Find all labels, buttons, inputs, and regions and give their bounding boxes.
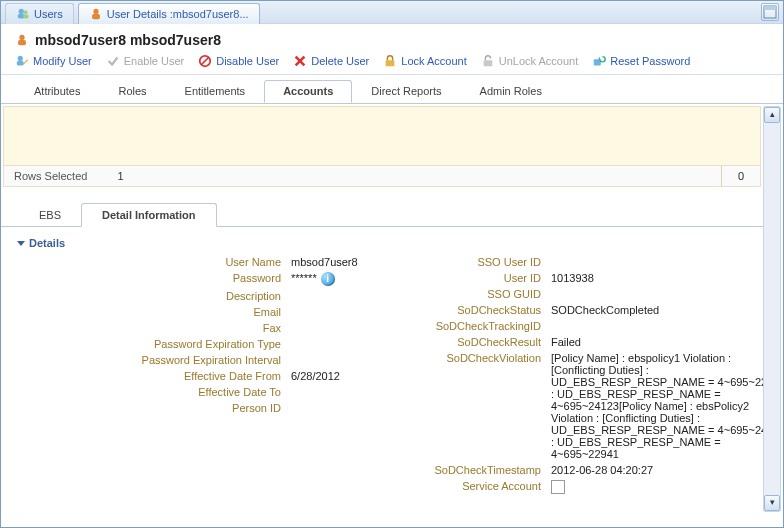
modify-user-action[interactable]: Modify User <box>15 54 92 68</box>
tab-direct-reports[interactable]: Direct Reports <box>352 80 460 103</box>
module-tab-user-details[interactable]: User Details :mbsod7user8... <box>78 3 260 24</box>
tab-ebs[interactable]: EBS <box>19 204 81 226</box>
scroll-up-arrow[interactable]: ▴ <box>764 107 780 123</box>
delete-icon <box>293 54 307 68</box>
field-label: Description <box>81 289 281 303</box>
tab-admin-roles[interactable]: Admin Roles <box>461 80 561 103</box>
rows-zero-box: 0 <box>721 166 760 186</box>
scroll-down-arrow[interactable]: ▾ <box>764 495 780 511</box>
tab-attributes[interactable]: Attributes <box>15 80 99 103</box>
unlock-account-action: UnLock Account <box>481 54 579 68</box>
action-label: Modify User <box>33 55 92 67</box>
action-label: UnLock Account <box>499 55 579 67</box>
field-label: Person ID <box>81 401 281 415</box>
field-label: Fax <box>81 321 281 335</box>
field-value-effective-to <box>291 385 411 399</box>
page-header: mbsod7user8 mbsod7user8 <box>1 24 783 54</box>
tab-label: Attributes <box>34 85 80 97</box>
module-tab-users[interactable]: Users <box>5 3 74 24</box>
field-label: SoDCheckResult <box>411 335 541 349</box>
check-icon <box>106 54 120 68</box>
users-icon <box>16 7 30 21</box>
field-label: SoDCheckTimestamp <box>411 463 541 477</box>
tab-roles[interactable]: Roles <box>99 80 165 103</box>
info-icon[interactable]: i <box>321 272 335 286</box>
field-value-pw-exp-interval <box>291 353 411 367</box>
details-section-header[interactable]: Details <box>1 227 763 255</box>
collapse-icon <box>17 241 25 246</box>
tab-label: Accounts <box>283 85 333 97</box>
field-label: User Name <box>81 255 281 269</box>
field-label: Password Expiration Type <box>81 337 281 351</box>
field-value-person-id <box>291 401 411 415</box>
field-value-fax <box>291 321 411 335</box>
svg-point-10 <box>18 56 23 61</box>
svg-rect-7 <box>764 6 776 10</box>
module-tab-label: User Details :mbsod7user8... <box>107 8 249 20</box>
field-value-sod-status: SODCheckCompleted <box>551 303 763 317</box>
rows-selected-label: Rows Selected <box>4 166 97 186</box>
svg-rect-11 <box>17 61 24 65</box>
rows-selected-bar: Rows Selected 1 0 <box>3 166 761 187</box>
field-label: Effective Date From <box>81 369 281 383</box>
action-label: Reset Password <box>610 55 690 67</box>
svg-rect-17 <box>483 60 492 66</box>
field-value-sso-guid <box>551 287 763 301</box>
field-value-email <box>291 305 411 319</box>
svg-rect-3 <box>23 14 29 18</box>
unlock-icon <box>481 54 495 68</box>
delete-user-action[interactable]: Delete User <box>293 54 369 68</box>
page-title: mbsod7user8 mbsod7user8 <box>35 32 221 48</box>
field-label: Password <box>81 271 281 287</box>
field-label: SSO GUID <box>411 287 541 301</box>
field-value-user-id: 1013938 <box>551 271 763 285</box>
field-value-password: ******i <box>291 271 411 287</box>
tab-label: Detail Information <box>102 209 196 221</box>
field-label: Effective Date To <box>81 385 281 399</box>
svg-point-4 <box>93 9 98 14</box>
tab-label: EBS <box>39 209 61 221</box>
tab-detail-information[interactable]: Detail Information <box>81 203 217 227</box>
field-label: Password Expiration Interval <box>81 353 281 367</box>
field-value-sod-tracking <box>551 319 763 333</box>
edit-user-icon <box>15 54 29 68</box>
reset-password-icon <box>592 54 606 68</box>
tab-label: Roles <box>118 85 146 97</box>
action-label: Lock Account <box>401 55 466 67</box>
action-label: Enable User <box>124 55 185 67</box>
tab-accounts[interactable]: Accounts <box>264 80 352 103</box>
reset-password-action[interactable]: Reset Password <box>592 54 690 68</box>
disable-user-action[interactable]: Disable User <box>198 54 279 68</box>
field-value-sso-user-id <box>551 255 763 269</box>
field-value-effective-from: 6/28/2012 <box>291 369 411 383</box>
svg-rect-16 <box>386 60 395 66</box>
field-value-user-name: mbsod7user8 <box>291 255 411 269</box>
password-mask: ****** <box>291 272 317 284</box>
field-value-pw-exp-type <box>291 337 411 351</box>
service-account-checkbox[interactable] <box>551 480 565 494</box>
content-tab-bar: Attributes Roles Entitlements Accounts D… <box>1 74 783 103</box>
details-header-label: Details <box>29 237 65 249</box>
svg-rect-5 <box>92 14 100 19</box>
field-label: Email <box>81 305 281 319</box>
field-value-service-account <box>551 479 763 497</box>
svg-point-0 <box>19 9 24 14</box>
field-label: SoDCheckViolation <box>411 351 541 461</box>
module-tab-label: Users <box>34 8 63 20</box>
panel-collapse-button[interactable] <box>761 3 779 21</box>
tab-entitlements[interactable]: Entitlements <box>166 80 265 103</box>
user-icon <box>89 7 103 21</box>
user-icon <box>15 33 29 47</box>
field-value-sod-result: Failed <box>551 335 763 349</box>
vertical-scrollbar[interactable]: ▴ ▾ <box>763 106 781 512</box>
action-toolbar: Modify User Enable User Disable User Del… <box>1 54 783 75</box>
action-label: Delete User <box>311 55 369 67</box>
action-label: Disable User <box>216 55 279 67</box>
enable-user-action: Enable User <box>106 54 185 68</box>
svg-point-2 <box>24 10 28 14</box>
field-label: SoDCheckTrackingID <box>411 319 541 333</box>
lock-icon <box>383 54 397 68</box>
field-label: User ID <box>411 271 541 285</box>
lock-account-action[interactable]: Lock Account <box>383 54 466 68</box>
field-value-sod-timestamp: 2012-06-28 04:20:27 <box>551 463 763 477</box>
